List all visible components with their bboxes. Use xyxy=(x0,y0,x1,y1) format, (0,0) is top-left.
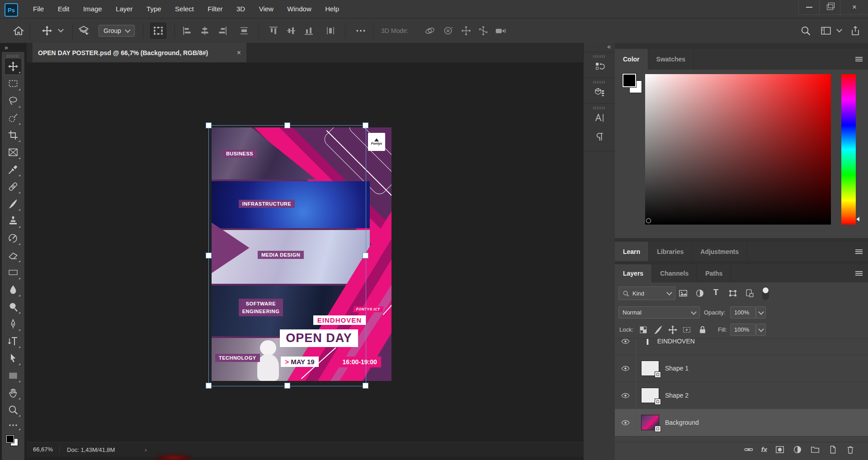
show-transform-controls-toggle[interactable] xyxy=(150,23,166,39)
opacity-field[interactable]: 100% xyxy=(730,306,756,319)
menu-window[interactable]: Window xyxy=(281,0,317,18)
character-panel-icon[interactable] xyxy=(584,110,615,126)
tool-history-brush[interactable] xyxy=(5,230,22,246)
hue-slider-pointer[interactable] xyxy=(856,217,859,221)
move-tool-preset[interactable] xyxy=(42,25,52,36)
learn-panel-menu-icon[interactable] xyxy=(855,249,863,255)
new-layer-icon[interactable] xyxy=(828,445,838,455)
distribute-vertical-button[interactable] xyxy=(325,25,336,36)
3d-orbit-icon[interactable] xyxy=(424,25,436,37)
align-left-button[interactable] xyxy=(182,25,193,36)
layer-visibility-eye-icon[interactable] xyxy=(615,355,636,382)
transform-handle-top-center[interactable] xyxy=(284,122,290,128)
foreground-color-swatch[interactable] xyxy=(6,435,14,443)
layer-visibility-eye-icon[interactable] xyxy=(615,382,636,409)
tool-gradient[interactable] xyxy=(5,264,22,281)
tool-lasso[interactable] xyxy=(5,93,22,109)
tool-rectangle-shape[interactable] xyxy=(5,367,22,384)
tab-paths[interactable]: Paths xyxy=(697,264,731,282)
auto-select-icon[interactable] xyxy=(78,25,90,37)
layer-visibility-eye-icon[interactable] xyxy=(615,409,636,436)
menu-type[interactable]: Type xyxy=(141,0,167,18)
menu-layer[interactable]: Layer xyxy=(110,0,139,18)
filter-toggle-switch[interactable] xyxy=(762,287,769,300)
transform-handle-top-right[interactable] xyxy=(363,122,368,128)
layer-name[interactable]: Shape 1 xyxy=(665,365,689,372)
lock-paint-icon[interactable] xyxy=(653,325,663,335)
menu-view[interactable]: View xyxy=(253,0,279,18)
new-group-icon[interactable] xyxy=(810,445,820,455)
properties-3d-panel-icon[interactable] xyxy=(584,84,615,100)
tab-adjustments[interactable]: Adjustments xyxy=(692,242,747,261)
filter-kind-dropdown[interactable]: Kind xyxy=(618,286,675,300)
transform-handle-bottom-right[interactable] xyxy=(363,383,368,389)
menu-help[interactable]: Help xyxy=(319,0,345,18)
align-top-button[interactable] xyxy=(268,25,279,36)
share-icon[interactable] xyxy=(850,25,861,36)
tool-dodge[interactable] xyxy=(5,299,22,315)
document-close-icon[interactable]: × xyxy=(237,49,241,57)
tool-pen[interactable] xyxy=(5,316,22,332)
shape-layer-thumbnail[interactable] xyxy=(642,361,659,376)
tool-blur[interactable] xyxy=(5,282,22,298)
tool-zoom[interactable] xyxy=(5,402,22,418)
align-bottom-button[interactable] xyxy=(303,25,314,36)
filter-smart-objects-icon[interactable] xyxy=(745,288,755,298)
menu-image[interactable]: Image xyxy=(77,0,108,18)
fill-field[interactable]: 100% xyxy=(730,324,756,336)
transform-handle-top-left[interactable] xyxy=(206,122,212,128)
color-panel-menu-icon[interactable] xyxy=(855,56,863,62)
filter-shape-layers-icon[interactable] xyxy=(728,288,738,298)
tool-preset-chevron[interactable] xyxy=(59,27,63,35)
collapse-panels-icon[interactable]: « xyxy=(584,43,615,52)
menu-edit[interactable]: Edit xyxy=(52,0,75,18)
panel-foreground-swatch[interactable] xyxy=(623,74,636,87)
menu-select[interactable]: Select xyxy=(169,0,200,18)
shape-layer-thumbnail[interactable] xyxy=(642,388,659,403)
transform-handle-bottom-center[interactable] xyxy=(284,383,290,389)
tab-channels[interactable]: Channels xyxy=(652,264,697,282)
tool-type[interactable] xyxy=(5,333,22,349)
layer-style-fx-icon[interactable]: fx xyxy=(761,446,767,453)
lock-all-icon[interactable] xyxy=(698,325,708,335)
canvas[interactable]: Fontys BUSINESS INFRASTRUCTURE MEDIA DES… xyxy=(27,62,583,442)
image-layer-thumbnail[interactable] xyxy=(642,415,659,430)
layer-row-eindhoven[interactable]: T EINDHOVEN xyxy=(615,339,868,355)
align-vertical-centers-button[interactable] xyxy=(286,25,297,36)
search-icon[interactable] xyxy=(800,25,811,36)
toolbar-grip[interactable] xyxy=(7,55,19,57)
auto-select-group-dropdown[interactable]: Group xyxy=(99,25,135,37)
menu-3d[interactable]: 3D xyxy=(231,0,251,18)
color-field-selector[interactable] xyxy=(646,218,651,223)
layer-visibility-eye-icon[interactable] xyxy=(615,339,636,355)
lock-position-icon[interactable] xyxy=(668,325,678,335)
color-saturation-brightness-field[interactable] xyxy=(645,74,831,225)
paragraph-panel-icon[interactable] xyxy=(584,129,615,145)
home-button[interactable] xyxy=(13,25,24,37)
minimize-button[interactable] xyxy=(798,0,820,15)
lock-artboard-icon[interactable] xyxy=(682,325,692,335)
new-adjustment-layer-icon[interactable] xyxy=(793,445,802,455)
delete-layer-icon[interactable] xyxy=(845,445,855,455)
tab-swatches[interactable]: Swatches xyxy=(648,49,694,70)
tool-eraser[interactable] xyxy=(5,247,22,263)
tab-libraries[interactable]: Libraries xyxy=(649,242,692,261)
layer-row-shape1[interactable]: Shape 1 xyxy=(615,355,868,382)
layer-name[interactable]: Shape 2 xyxy=(665,392,689,399)
dock-grip[interactable] xyxy=(593,55,606,58)
tab-layers[interactable]: Layers xyxy=(615,264,652,282)
close-button[interactable]: × xyxy=(840,0,868,15)
dock-grip[interactable] xyxy=(593,81,606,84)
add-layer-mask-icon[interactable] xyxy=(775,445,785,455)
3d-slide-icon[interactable] xyxy=(477,25,489,37)
workspace-icon[interactable] xyxy=(820,25,832,37)
transform-handle-bottom-left[interactable] xyxy=(206,383,212,389)
edit-toolbar-button[interactable] xyxy=(5,419,22,432)
lock-transparency-icon[interactable] xyxy=(638,325,648,335)
history-panel-icon[interactable] xyxy=(584,59,615,74)
3d-pan-icon[interactable] xyxy=(460,25,472,37)
blend-mode-dropdown[interactable]: Normal xyxy=(618,306,700,319)
foreground-background-swatches[interactable] xyxy=(5,433,22,445)
filter-type-layers-icon[interactable]: T xyxy=(713,288,718,297)
tool-clone-stamp[interactable] xyxy=(5,213,22,229)
